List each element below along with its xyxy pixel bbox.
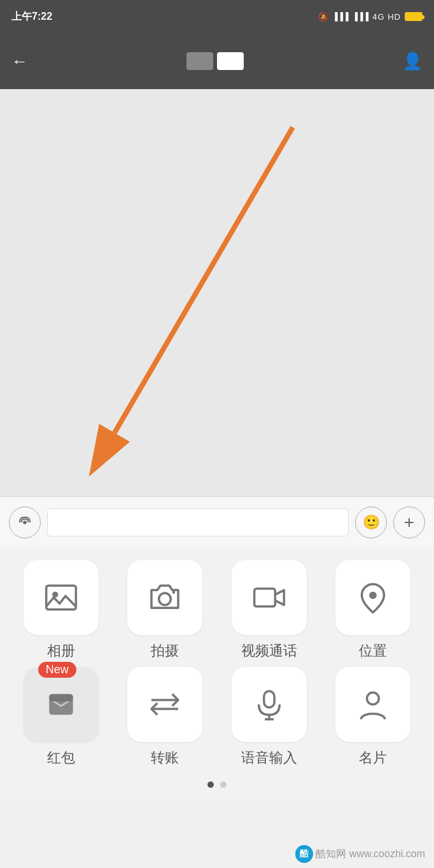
status-time: 上午7:22 (11, 10, 52, 24)
profile-icon[interactable]: 👤 (402, 52, 423, 71)
camera-icon (147, 580, 183, 615)
arrow-annotation (0, 89, 434, 496)
tab-active[interactable] (217, 52, 244, 70)
network-label: 4G HD (372, 12, 401, 22)
pagination-dots (13, 774, 421, 793)
voice-input-icon-box (232, 667, 307, 742)
video-call-icon (251, 580, 287, 615)
text-input-field[interactable] (47, 508, 349, 536)
plus-button[interactable]: + (393, 507, 425, 538)
toolbar-tabs (186, 52, 244, 70)
svg-rect-3 (46, 585, 76, 609)
input-bar: 🙂 + (0, 496, 434, 547)
red-packet-icon (43, 687, 79, 722)
svg-rect-10 (49, 694, 73, 702)
tab-inactive[interactable] (186, 52, 213, 70)
voice-wave-icon (18, 515, 32, 529)
location-item[interactable]: 位置 (325, 560, 422, 661)
camera-label: 拍摄 (151, 641, 179, 661)
location-label: 位置 (359, 641, 387, 661)
voice-input-icon (251, 687, 287, 722)
card-icon (355, 687, 391, 722)
album-icon-box (24, 560, 99, 635)
emoji-icon: 🙂 (363, 514, 380, 531)
signal-icon2: ▐▐▐ (353, 12, 369, 21)
transfer-icon-box (127, 667, 202, 742)
camera-item[interactable]: 拍摄 (117, 560, 214, 661)
icon-grid-row2: New 红包 转账 (13, 667, 421, 767)
location-icon (355, 580, 391, 615)
card-label: 名片 (359, 748, 387, 767)
plus-icon: + (404, 514, 414, 531)
icon-grid-row1: 相册 拍摄 视频通话 (13, 560, 421, 661)
chat-area (0, 89, 434, 496)
album-label: 相册 (47, 641, 75, 661)
status-icons: 🔕 ▐▐▐ ▐▐▐ 4G HD (318, 12, 423, 22)
extra-panel: 相册 拍摄 视频通话 (0, 547, 434, 799)
voice-input-item[interactable]: 语音输入 (221, 667, 318, 767)
card-item[interactable]: 名片 (325, 667, 422, 767)
transfer-item[interactable]: 转账 (117, 667, 214, 767)
album-item[interactable]: 相册 (13, 560, 109, 661)
watermark-logo: 酷 (295, 845, 313, 863)
svg-point-5 (159, 593, 171, 605)
card-icon-box (335, 667, 410, 742)
location-icon-box (335, 560, 410, 635)
svg-rect-7 (254, 589, 275, 606)
voice-input-label: 语音输入 (241, 748, 297, 767)
watermark-text: 酷知网 www.coozhi.com (316, 848, 425, 861)
svg-rect-13 (264, 691, 274, 708)
watermark: 酷 酷知网 www.coozhi.com (295, 845, 425, 863)
transfer-icon (147, 687, 183, 722)
back-button[interactable]: ← (11, 52, 28, 71)
video-call-item[interactable]: 视频通话 (221, 560, 318, 661)
video-call-icon-box (232, 560, 307, 635)
transfer-label: 转账 (151, 748, 179, 767)
new-badge: New (38, 662, 76, 678)
mute-icon: 🔕 (318, 12, 328, 22)
album-icon (43, 580, 79, 615)
toolbar: ← 👤 (0, 33, 434, 89)
red-packet-item[interactable]: New 红包 (13, 667, 109, 767)
signal-icon: ▐▐▐ (332, 12, 349, 21)
status-bar: 上午7:22 🔕 ▐▐▐ ▐▐▐ 4G HD (0, 0, 434, 33)
camera-icon-box (127, 560, 202, 635)
video-call-label: 视频通话 (241, 641, 297, 661)
svg-point-2 (23, 521, 27, 524)
svg-point-8 (369, 592, 377, 599)
red-packet-label: 红包 (47, 748, 75, 767)
emoji-button[interactable]: 🙂 (355, 507, 387, 538)
svg-point-16 (367, 692, 379, 704)
red-packet-icon-box (24, 667, 99, 742)
svg-point-6 (172, 591, 176, 594)
svg-line-1 (115, 127, 293, 433)
dot-1[interactable] (207, 781, 214, 788)
dot-2[interactable] (220, 781, 227, 788)
battery-icon (405, 12, 423, 21)
voice-button[interactable] (9, 507, 41, 538)
